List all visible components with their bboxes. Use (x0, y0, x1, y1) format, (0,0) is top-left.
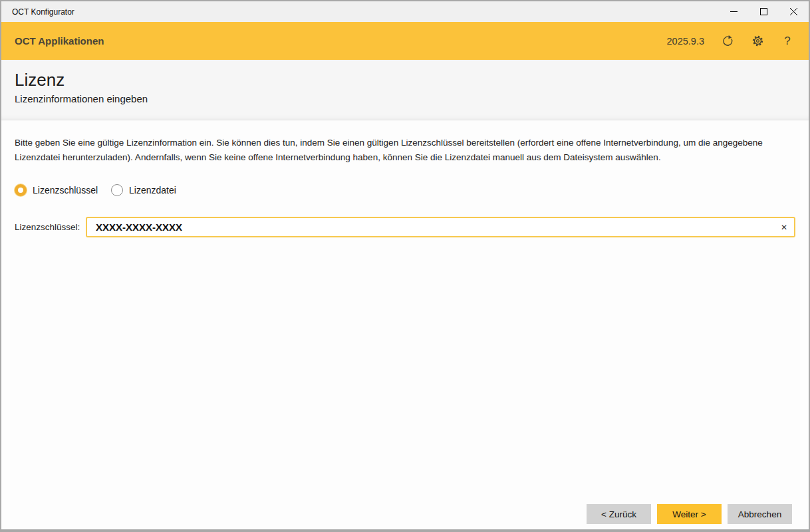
minimize-icon (730, 8, 738, 15)
version-label: 2025.9.3 (667, 36, 704, 47)
license-key-label: Lizenzschlüssel: (15, 222, 86, 232)
page-subtitle: Lizenzinformationen eingeben (15, 93, 795, 104)
license-type-radio-group: Lizenzschlüssel Lizenzdatei (15, 184, 795, 196)
app-header-actions: 2025.9.3 ? (667, 35, 794, 48)
radio-lizenzdatei-label: Lizenzdatei (129, 185, 176, 196)
main-content: Bitte geben Sie eine gültige Lizenzinfor… (1, 120, 809, 529)
help-icon[interactable]: ? (781, 35, 794, 48)
gear-icon[interactable] (751, 35, 764, 48)
radio-lizenzdatei-dot[interactable] (111, 184, 123, 196)
minimize-button[interactable] (719, 1, 749, 22)
title-bar: OCT Konfigurator (1, 1, 809, 22)
back-button[interactable]: < Zurück (587, 504, 651, 524)
window-title: OCT Konfigurator (1, 7, 719, 17)
close-icon (790, 8, 797, 15)
maximize-icon (760, 8, 767, 15)
clear-input-icon[interactable]: ✕ (775, 219, 793, 235)
refresh-icon[interactable] (721, 35, 734, 48)
radio-lizenzschluessel-label: Lizenzschlüssel (33, 185, 98, 196)
app-header: OCT Applikationen 2025.9.3 ? (1, 22, 809, 60)
instructions-text: Bitte geben Sie eine gültige Lizenzinfor… (15, 136, 795, 165)
app-window: OCT Konfigurator OCT Applikationen 2 (0, 0, 810, 532)
radio-option-lizenzschluessel[interactable]: Lizenzschlüssel (15, 184, 98, 196)
radio-lizenzschluessel-dot[interactable] (15, 184, 27, 196)
app-title: OCT Applikationen (15, 35, 667, 47)
page-title: Lizenz (15, 70, 795, 90)
next-button[interactable]: Weiter > (657, 504, 722, 524)
cancel-button[interactable]: Abbrechen (728, 504, 792, 524)
window-controls (719, 1, 809, 22)
license-key-input[interactable] (86, 217, 795, 237)
radio-option-lizenzdatei[interactable]: Lizenzdatei (111, 184, 176, 196)
license-key-field-row: Lizenzschlüssel: ✕ (15, 217, 795, 237)
wizard-footer: < Zurück Weiter > Abbrechen (587, 504, 792, 524)
close-button[interactable] (779, 1, 809, 22)
help-glyph: ? (784, 35, 790, 48)
license-key-input-wrap: ✕ (86, 217, 795, 237)
page-header: Lizenz Lizenzinformationen eingeben (1, 60, 809, 120)
maximize-button[interactable] (749, 1, 779, 22)
